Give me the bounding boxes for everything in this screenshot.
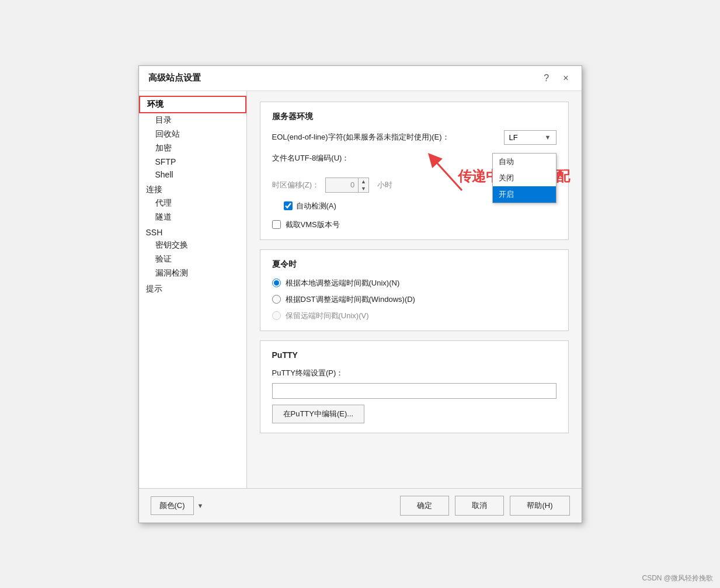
- sidebar-item-ssh[interactable]: SSH: [139, 224, 246, 238]
- close-title-btn[interactable]: ×: [559, 72, 572, 85]
- dialog-title: 高级站点设置: [148, 72, 201, 83]
- help-btn[interactable]: 帮助(H): [510, 496, 569, 516]
- eol-row: EOL(end-of-line)字符(如果服务器未指定时使用)(E)： LF ▼: [272, 130, 556, 145]
- timezone-input[interactable]: [326, 179, 358, 191]
- sidebar-item-loudong[interactable]: 漏洞检测: [139, 266, 246, 280]
- watermark: CSDN @微风轻拎挽歌: [642, 573, 713, 583]
- sidebar-item-jiami[interactable]: 加密: [139, 141, 246, 155]
- vms-label: 截取VMS版本号: [286, 220, 340, 230]
- color-dropdown-arrow: ▼: [197, 502, 204, 509]
- utf8-dropdown-container: 自动 ▼ 自动 关闭 开启: [504, 153, 556, 169]
- putty-section: PuTTY PuTTY终端设置(P)： 在PuTTY中编辑(E)...: [260, 340, 569, 433]
- dst-section: 夏令时 根据本地调整远端时间戳(Unix)(N) 根据DST调整远端时间戳(Wi…: [260, 249, 569, 331]
- sidebar-item-shoushouzhan[interactable]: 回收站: [139, 127, 246, 141]
- dst-option-preserve: 保留远端时间戳(Unix)(V): [272, 311, 556, 321]
- title-bar-actions: ? ×: [540, 72, 572, 85]
- dst-option-windows: 根据DST调整远端时间戳(Windows)(D): [272, 294, 556, 305]
- utf8-label: 文件名UTF-8编码(U)：: [272, 153, 350, 163]
- sidebar-item-shell[interactable]: Shell: [139, 168, 246, 181]
- sidebar-item-huanjing[interactable]: 环境: [139, 96, 246, 113]
- main-content: 服务器环境 EOL(end-of-line)字符(如果服务器未指定时使用)(E)…: [247, 91, 582, 488]
- utf8-option-off[interactable]: 关闭: [493, 170, 556, 186]
- confirm-btn[interactable]: 确定: [400, 496, 449, 516]
- timezone-spinners: ▲ ▼: [358, 178, 368, 192]
- sidebar-item-daili[interactable]: 代理: [139, 196, 246, 210]
- title-bar: 高级站点设置 ? ×: [139, 66, 582, 91]
- eol-dropdown-arrow: ▼: [545, 134, 551, 141]
- server-section-title: 服务器环境: [272, 112, 556, 122]
- eol-dropdown-value: LF: [509, 133, 518, 142]
- dialog-body: 环境 目录 回收站 加密 SFTP Shell 连接 代理 隧道 SSH 密钥交…: [139, 91, 582, 488]
- utf8-row: 文件名UTF-8编码(U)： 自动 ▼ 自动 关闭 开启: [272, 153, 556, 169]
- dst-label-windows: 根据DST调整远端时间戳(Windows)(D): [286, 294, 415, 305]
- dst-section-title: 夏令时: [272, 259, 556, 270]
- color-btn[interactable]: 颜色(C): [151, 496, 194, 515]
- timezone-down[interactable]: ▼: [359, 185, 368, 192]
- server-section: 服务器环境 EOL(end-of-line)字符(如果服务器未指定时使用)(E)…: [260, 102, 569, 240]
- sidebar-item-yanzheng[interactable]: 验证: [139, 252, 246, 266]
- sidebar-item-lianjie[interactable]: 连接: [139, 181, 246, 196]
- dst-option-unix: 根据本地调整远端时间戳(Unix)(N): [272, 278, 556, 288]
- putty-terminal-label: PuTTY终端设置(P)：: [272, 368, 556, 378]
- footer: 颜色(C) ▼ 确定 取消 帮助(H): [139, 488, 582, 523]
- eol-dropdown[interactable]: LF ▼: [504, 130, 556, 145]
- utf8-dropdown-menu: 自动 关闭 开启: [492, 153, 556, 203]
- dst-radio-preserve[interactable]: [272, 311, 281, 320]
- eol-label: EOL(end-of-line)字符(如果服务器未指定时使用)(E)：: [272, 132, 450, 142]
- footer-right: 确定 取消 帮助(H): [400, 496, 569, 516]
- dst-radio-group: 根据本地调整远端时间戳(Unix)(N) 根据DST调整远端时间戳(Window…: [272, 278, 556, 321]
- dst-radio-windows[interactable]: [272, 295, 281, 304]
- help-title-btn[interactable]: ?: [540, 72, 552, 85]
- vms-row: 截取VMS版本号: [272, 220, 556, 230]
- putty-terminal-input[interactable]: [272, 383, 556, 399]
- putty-section-title: PuTTY: [272, 350, 556, 360]
- sidebar: 环境 目录 回收站 加密 SFTP Shell 连接 代理 隧道 SSH 密钥交…: [139, 91, 247, 488]
- timezone-unit: 小时: [375, 180, 395, 190]
- dst-radio-unix[interactable]: [272, 279, 281, 287]
- putty-edit-btn[interactable]: 在PuTTY中编辑(E)...: [272, 405, 365, 423]
- dialog: 高级站点设置 ? × 环境 目录 回收站 加密 SFTP Shell 连接 代理…: [138, 65, 582, 523]
- sidebar-item-mulu[interactable]: 目录: [139, 113, 246, 127]
- vms-checkbox[interactable]: [272, 220, 281, 229]
- footer-left: 颜色(C) ▼: [151, 496, 204, 515]
- timezone-input-group: ▲ ▼: [325, 178, 369, 193]
- sidebar-item-tishi[interactable]: 提示: [139, 280, 246, 295]
- timezone-label: 时区偏移(Z)：: [272, 180, 320, 190]
- utf8-option-on[interactable]: 开启: [493, 186, 556, 203]
- dst-label-preserve: 保留远端时间戳(Unix)(V): [286, 311, 369, 321]
- auto-detect-checkbox[interactable]: [284, 201, 293, 210]
- timezone-up[interactable]: ▲: [359, 178, 368, 185]
- dst-label-unix: 根据本地调整远端时间戳(Unix)(N): [286, 278, 400, 288]
- utf8-option-auto[interactable]: 自动: [493, 154, 556, 170]
- sidebar-item-suidao[interactable]: 隧道: [139, 210, 246, 224]
- sidebar-item-miyao[interactable]: 密钥交换: [139, 238, 246, 252]
- auto-detect-label: 自动检测(A): [296, 201, 336, 211]
- cancel-btn[interactable]: 取消: [455, 496, 504, 516]
- sidebar-item-sftp[interactable]: SFTP: [139, 155, 246, 168]
